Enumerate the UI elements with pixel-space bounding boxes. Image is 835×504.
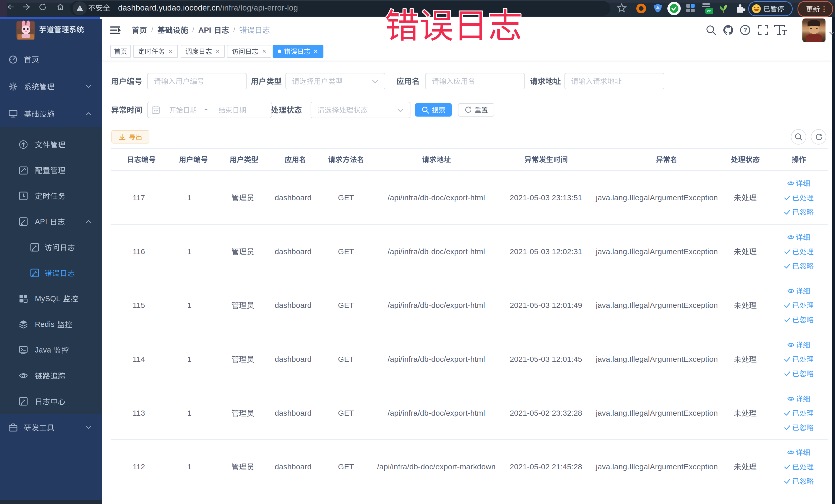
- svg-text:?: ?: [744, 26, 747, 33]
- svg-text:on: on: [707, 9, 712, 13]
